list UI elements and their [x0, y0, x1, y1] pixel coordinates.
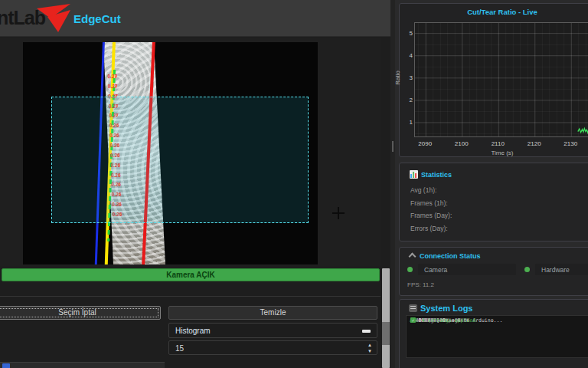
chart-title: Cut/Tear Ratio - Live	[415, 8, 588, 16]
system-logs-panel: System Logs [14:50:55] Sending settings …	[399, 299, 588, 368]
y-tick-label: 2	[402, 97, 413, 104]
connection-panel: Connection Status Camera Hardware FPS: 1…	[399, 247, 588, 296]
chart-xlabel: Time (s)	[414, 150, 588, 156]
x-tick-label: 2130	[560, 140, 580, 147]
camera-view[interactable]: 0.270.270.270.270.270.260.260.260.260.26…	[23, 42, 318, 264]
terminal-icon	[409, 304, 417, 312]
chart-plot-area[interactable]	[414, 22, 588, 137]
header-bar: ntLab EdgeCut	[0, 0, 390, 37]
measurement-marker-icon	[115, 75, 117, 77]
y-tick-label: 4	[402, 52, 413, 59]
statistics-panel: Statistics Avg (1h):Frames (1h):Frames (…	[399, 163, 588, 242]
connection-title: Connection Status	[420, 252, 481, 260]
hardware-status-led	[524, 267, 530, 272]
app-title: EdgeCut	[74, 12, 121, 25]
spinner-down-icon[interactable]: ▼	[366, 348, 374, 354]
camera-status-field: Camera	[418, 264, 516, 275]
y-tick-label: 1	[402, 119, 413, 126]
blue-square-icon	[2, 363, 10, 368]
count-spinner[interactable]: 15 ▲ ▼	[168, 340, 377, 355]
controls-group: Seçim İptal Temizle Histogram 15 ▲ ▼	[0, 296, 381, 368]
camera-panel: 0.270.270.270.270.270.260.260.260.260.26…	[0, 38, 381, 266]
camera-status-label: Camera	[424, 266, 447, 274]
left-scrollbar[interactable]	[382, 268, 390, 368]
live-chart-panel: Cut/Tear Ratio - Live Ratio Time (s) 123…	[399, 3, 588, 157]
hardware-status-field: Hardware	[535, 264, 588, 275]
y-tick-label: 5	[402, 30, 413, 37]
camera-status-button[interactable]: Kamera AÇIK	[2, 268, 380, 281]
dropdown-indicator-icon	[362, 330, 371, 333]
statistic-label: Frames (1h):	[410, 199, 448, 207]
x-tick-label: 2120	[524, 140, 544, 147]
statistics-items: Avg (1h):Frames (1h):Frames (Day):Errors…	[400, 163, 588, 241]
hardware-status-label: Hardware	[541, 266, 570, 274]
x-tick-label: 2110	[488, 140, 508, 147]
fps-readout: FPS: 11.2	[407, 281, 434, 288]
app-window: ntLab EdgeCut 0.270.270.270.270.270.260.…	[0, 0, 588, 368]
x-tick-label: 2090	[415, 140, 435, 147]
cutoff-bottom-row	[0, 362, 165, 368]
camera-status-led	[407, 267, 413, 272]
logs-title: System Logs	[420, 304, 472, 313]
scrollbar-thumb[interactable]	[382, 322, 390, 345]
statistic-label: Avg (1h):	[410, 186, 436, 194]
connection-icon	[409, 253, 416, 261]
y-tick-label: 3	[402, 74, 413, 81]
statistic-label: Frames (Day):	[410, 212, 452, 219]
mode-dropdown[interactable]: Histogram	[168, 323, 377, 338]
spinner-up-icon[interactable]: ▲	[366, 342, 374, 348]
log-console[interactable]: [14:50:55] Sending settings to Arduino..…	[406, 315, 588, 358]
statistic-label: Errors (Day):	[410, 225, 448, 232]
measurement-marker-icon	[115, 85, 117, 87]
splitter-grip	[392, 141, 394, 152]
dropdown-value: Histogram	[175, 327, 211, 335]
clear-button[interactable]: Temizle	[168, 306, 377, 320]
chart-canvas	[415, 23, 588, 137]
x-tick-label: 2100	[452, 140, 472, 147]
right-pane: Cut/Tear Ratio - Live Ratio Time (s) 123…	[395, 0, 588, 368]
crosshair-cursor	[338, 207, 339, 219]
cancel-selection-button[interactable]: Seçim İptal	[0, 306, 161, 320]
logo-bird-icon	[35, 3, 72, 34]
chart-ylabel: Ratio	[394, 71, 401, 85]
spinner-value: 15	[175, 344, 184, 353]
selection-rect[interactable]	[51, 97, 309, 223]
